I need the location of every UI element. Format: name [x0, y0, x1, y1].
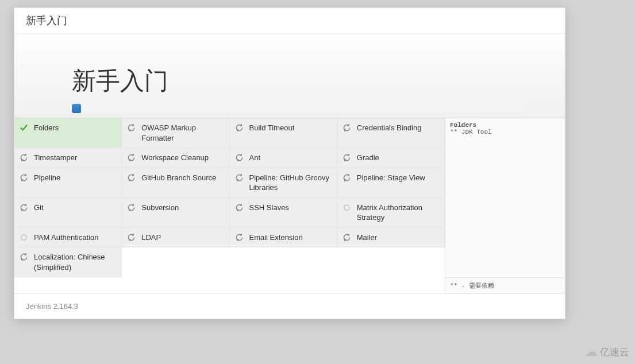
wizard-hero: 新手入门 [14, 34, 565, 118]
plugin-label: GitHub Branch Source [141, 173, 216, 182]
plugin-cell: SSH Slaves [230, 198, 337, 228]
plugin-cell: OWASP Markup Formatter [122, 118, 229, 148]
plugin-label: Mailer [357, 233, 377, 242]
plugin-cell: Credentials Binding [337, 118, 445, 148]
plugin-label: OWASP Markup Formatter [141, 123, 196, 142]
log-line-2: ** JDK Tool [450, 129, 492, 135]
refresh-icon [20, 153, 28, 162]
plugin-label: Pipeline: GitHub Groovy Libraries [249, 173, 329, 192]
refresh-icon [342, 173, 351, 182]
refresh-icon [235, 123, 244, 132]
plugin-label: Workspace Cleanup [141, 153, 209, 162]
plugin-label: Ant [249, 153, 261, 162]
plugin-label: Credentials Binding [357, 123, 422, 132]
plugin-cell: PAM Authentication [14, 228, 122, 248]
plugin-label: Build Timeout [249, 123, 295, 132]
refresh-icon [342, 233, 351, 242]
plugin-label: Pipeline [34, 173, 60, 182]
check-icon [20, 123, 28, 132]
plugin-label: LDAP [141, 233, 161, 242]
plugin-cell: Pipeline: Stage View [337, 168, 445, 198]
plugin-label: Git [34, 203, 44, 212]
refresh-icon [235, 203, 244, 212]
plugin-cell: Matrix Authorization Strategy [337, 198, 445, 228]
watermark: ☁ 亿速云 [585, 344, 629, 359]
plugin-cell: Timestamper [14, 148, 122, 168]
refresh-icon [235, 153, 244, 162]
content-row: FoldersOWASP Markup FormatterBuild Timeo… [14, 118, 565, 293]
plugin-cell: Subversion [122, 198, 229, 228]
refresh-icon [20, 253, 28, 261]
refresh-icon [127, 173, 136, 182]
refresh-icon [127, 153, 136, 162]
plugin-label: Timestamper [34, 153, 77, 162]
plugin-cell: Git [14, 198, 122, 228]
jenkins-version: Jenkins 2.164.3 [26, 302, 78, 311]
plugin-label: PAM Authentication [34, 233, 99, 242]
refresh-icon [127, 123, 136, 132]
plugin-label: Email Extension [249, 233, 303, 242]
plugin-label: Matrix Authorization Strategy [357, 203, 422, 222]
progress-container [72, 104, 526, 113]
plugin-cell: Pipeline: GitHub Groovy Libraries [230, 168, 337, 198]
plugin-cell: Email Extension [230, 228, 337, 248]
plugin-cell: Folders [14, 118, 122, 148]
plugin-cell: Mailer [337, 228, 445, 248]
refresh-icon [235, 233, 244, 242]
pending-icon [20, 233, 28, 242]
refresh-icon [235, 173, 244, 182]
plugin-label: Gradle [357, 153, 379, 162]
refresh-icon [342, 123, 351, 132]
log-footer: ** - 需要依赖 [445, 277, 565, 293]
plugin-label: Subversion [141, 203, 179, 212]
plugin-cell: LDAP [122, 228, 229, 248]
plugin-cell: GitHub Branch Source [122, 168, 229, 198]
plugin-cell: Ant [230, 148, 337, 168]
refresh-icon [20, 203, 28, 212]
plugin-cell: Workspace Cleanup [122, 148, 229, 168]
plugin-label: Pipeline: Stage View [357, 173, 425, 182]
plugin-cell: Gradle [337, 148, 445, 168]
refresh-icon [342, 153, 351, 162]
log-line-1: Folders [450, 122, 476, 129]
setup-wizard-modal: 新手入门 新手入门 FoldersOWASP Markup FormatterB… [14, 7, 565, 319]
plugin-cell: Build Timeout [230, 118, 337, 148]
svg-point-1 [21, 235, 26, 240]
refresh-icon [127, 203, 136, 212]
progress-fill [72, 104, 81, 113]
wizard-title: 新手入门 [72, 65, 565, 97]
install-log: Folders ** JDK Tool [445, 118, 565, 277]
modal-footer: Jenkins 2.164.3 [14, 293, 565, 319]
cloud-icon: ☁ [585, 344, 598, 359]
refresh-icon [20, 173, 28, 182]
plugin-label: Localization: Chinese (Simplified) [34, 253, 105, 272]
install-log-panel: Folders ** JDK Tool ** - 需要依赖 [445, 118, 565, 293]
svg-point-0 [344, 205, 349, 210]
plugin-label: Folders [34, 123, 59, 132]
progress-bar [72, 104, 526, 113]
watermark-text: 亿速云 [600, 346, 629, 359]
modal-title: 新手入门 [26, 15, 67, 26]
plugin-grid: FoldersOWASP Markup FormatterBuild Timeo… [14, 118, 445, 293]
refresh-icon [127, 233, 136, 242]
pending-icon [342, 203, 351, 212]
plugin-cell: Localization: Chinese (Simplified) [14, 247, 122, 277]
plugin-cell: Pipeline [14, 168, 122, 198]
modal-header: 新手入门 [14, 8, 565, 34]
plugin-label: SSH Slaves [249, 203, 289, 212]
